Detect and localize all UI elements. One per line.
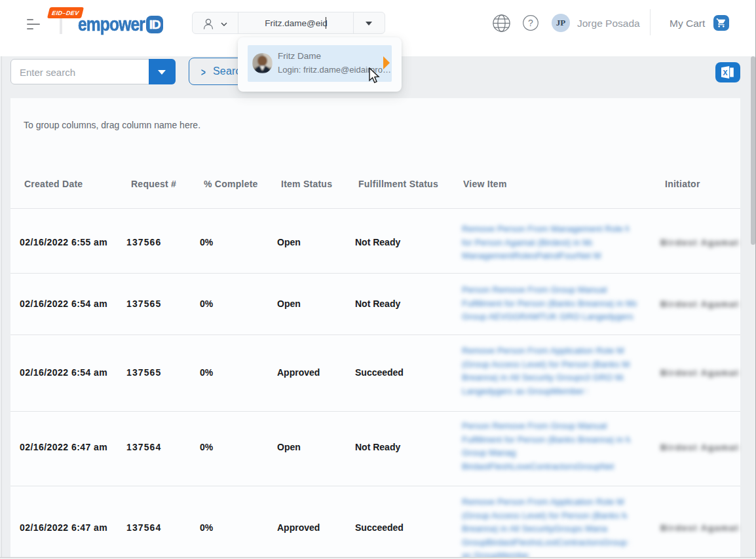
svg-text:?: ? [528,18,533,28]
svg-text:X: X [723,69,727,77]
